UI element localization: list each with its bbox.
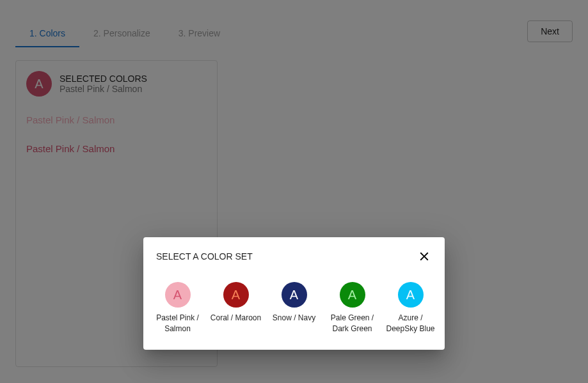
swatch-circle: A — [340, 282, 365, 308]
swatch-label: Coral / Maroon — [211, 313, 261, 324]
close-icon[interactable] — [417, 249, 432, 264]
swatch-label: Pale Green / Dark Green — [326, 313, 379, 334]
swatch-label: Pastel Pink / Salmon — [151, 313, 205, 334]
swatch-snow-navy[interactable]: A Snow / Navy — [267, 282, 321, 334]
swatch-letter: A — [173, 288, 182, 302]
swatch-row: A Pastel Pink / Salmon A Coral / Maroon … — [143, 269, 445, 350]
swatch-circle: A — [398, 282, 424, 308]
swatch-letter: A — [348, 288, 356, 302]
swatch-label: Snow / Navy — [273, 313, 315, 324]
swatch-coral-maroon[interactable]: A Coral / Maroon — [209, 282, 263, 334]
dialog-title: SELECT A COLOR SET — [156, 251, 253, 262]
swatch-letter: A — [232, 288, 240, 302]
swatch-pale-green-dark-green[interactable]: A Pale Green / Dark Green — [326, 282, 379, 334]
swatch-letter: A — [406, 288, 415, 302]
swatch-circle: A — [165, 282, 191, 308]
swatch-letter: A — [290, 288, 298, 302]
swatch-azure-deepsky-blue[interactable]: A Azure / DeepSky Blue — [384, 282, 438, 334]
swatch-label: Azure / DeepSky Blue — [384, 313, 438, 334]
color-set-dialog: SELECT A COLOR SET A Pastel Pink / Salmo… — [143, 237, 445, 350]
swatch-circle: A — [282, 282, 307, 308]
dialog-header: SELECT A COLOR SET — [143, 237, 445, 269]
page-root: 1. Colors 2. Personalize 3. Preview Next… — [0, 0, 588, 383]
swatch-pastel-pink-salmon[interactable]: A Pastel Pink / Salmon — [151, 282, 205, 334]
swatch-circle: A — [223, 282, 249, 308]
